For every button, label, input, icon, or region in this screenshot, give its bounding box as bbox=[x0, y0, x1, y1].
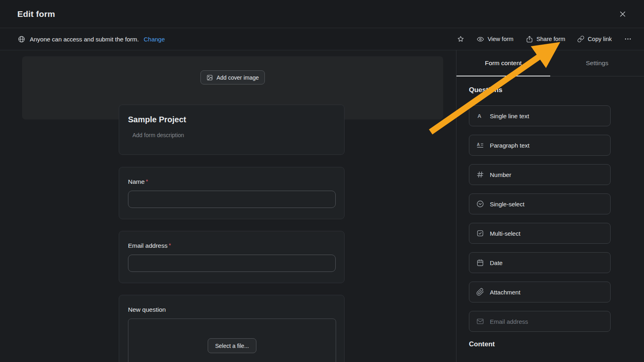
ellipsis-icon bbox=[624, 35, 632, 43]
tab-form-content[interactable]: Form content bbox=[456, 50, 550, 76]
eye-icon bbox=[477, 35, 484, 43]
multi-select-icon bbox=[476, 229, 484, 237]
tab-settings[interactable]: Settings bbox=[550, 50, 644, 76]
date-icon bbox=[476, 259, 484, 267]
globe-icon bbox=[18, 35, 25, 43]
file-drop-area[interactable]: Select a file... bbox=[128, 319, 336, 362]
header: Edit form bbox=[0, 0, 644, 28]
add-cover-image-button[interactable]: Add cover image bbox=[200, 70, 265, 84]
content-heading: Content bbox=[469, 340, 644, 348]
question-type-multi-select[interactable]: Multi-select bbox=[469, 223, 611, 244]
add-cover-image-label: Add cover image bbox=[217, 74, 259, 81]
question-type-date[interactable]: Date bbox=[469, 252, 611, 273]
single-select-icon bbox=[476, 200, 484, 208]
form-description-placeholder[interactable]: Add form description bbox=[132, 132, 335, 138]
field-label-new-question: New question bbox=[128, 306, 166, 313]
copy-link-button[interactable]: Copy link bbox=[577, 35, 612, 43]
field-label-email: Email address bbox=[128, 242, 167, 249]
select-file-button[interactable]: Select a file... bbox=[208, 338, 256, 353]
question-type-number[interactable]: Number bbox=[469, 164, 611, 185]
form-preview: Add cover image Sample Project Add form … bbox=[0, 50, 456, 362]
required-marker: * bbox=[169, 242, 171, 249]
star-button[interactable] bbox=[457, 35, 464, 43]
link-icon bbox=[577, 35, 584, 43]
question-type-attachment[interactable]: Attachment bbox=[469, 282, 611, 302]
main-area: Add cover image Sample Project Add form … bbox=[0, 50, 644, 362]
field-label-name: Name bbox=[128, 178, 144, 185]
field-card-email[interactable]: Email address * bbox=[119, 231, 345, 283]
sidebar-tabs: Form content Settings bbox=[456, 50, 644, 76]
question-type-single-select[interactable]: Single-select bbox=[469, 193, 611, 214]
svg-text:A: A bbox=[477, 113, 481, 119]
more-options-button[interactable] bbox=[624, 35, 632, 43]
required-marker: * bbox=[146, 178, 148, 185]
form-title-card[interactable]: Sample Project Add form description bbox=[119, 105, 345, 155]
question-type-paragraph-text[interactable]: A Paragraph text bbox=[469, 135, 611, 156]
page-title: Edit form bbox=[17, 9, 55, 19]
name-input[interactable] bbox=[128, 191, 336, 208]
email-icon bbox=[476, 317, 484, 325]
paragraph-text-icon: A bbox=[476, 141, 484, 149]
star-icon bbox=[457, 35, 464, 43]
form-editor-sidebar: Form content Settings Questions A Single… bbox=[456, 50, 644, 362]
share-icon bbox=[526, 35, 533, 43]
question-type-email-address[interactable]: Email address bbox=[469, 311, 611, 332]
access-text: Anyone can access and submit the form. bbox=[30, 36, 139, 43]
number-icon bbox=[476, 171, 484, 179]
close-icon[interactable] bbox=[618, 10, 627, 19]
share-form-button[interactable]: Share form bbox=[526, 35, 566, 43]
change-access-link[interactable]: Change bbox=[144, 36, 165, 43]
view-form-button[interactable]: View form bbox=[477, 35, 513, 43]
share-form-label: Share form bbox=[537, 36, 566, 42]
field-card-new-question[interactable]: New question Select a file... bbox=[119, 295, 345, 362]
form-title: Sample Project bbox=[128, 115, 335, 124]
svg-text:A: A bbox=[477, 142, 480, 147]
attachment-icon bbox=[476, 288, 484, 296]
email-input[interactable] bbox=[128, 255, 336, 272]
toolbar: Anyone can access and submit the form. C… bbox=[0, 28, 644, 50]
question-type-single-line-text[interactable]: A Single line text bbox=[469, 105, 611, 126]
field-card-name[interactable]: Name * bbox=[119, 167, 345, 219]
view-form-label: View form bbox=[487, 36, 513, 42]
single-line-text-icon: A bbox=[476, 112, 484, 120]
image-icon bbox=[206, 74, 213, 81]
questions-heading: Questions bbox=[469, 86, 644, 94]
copy-link-label: Copy link bbox=[588, 36, 612, 42]
